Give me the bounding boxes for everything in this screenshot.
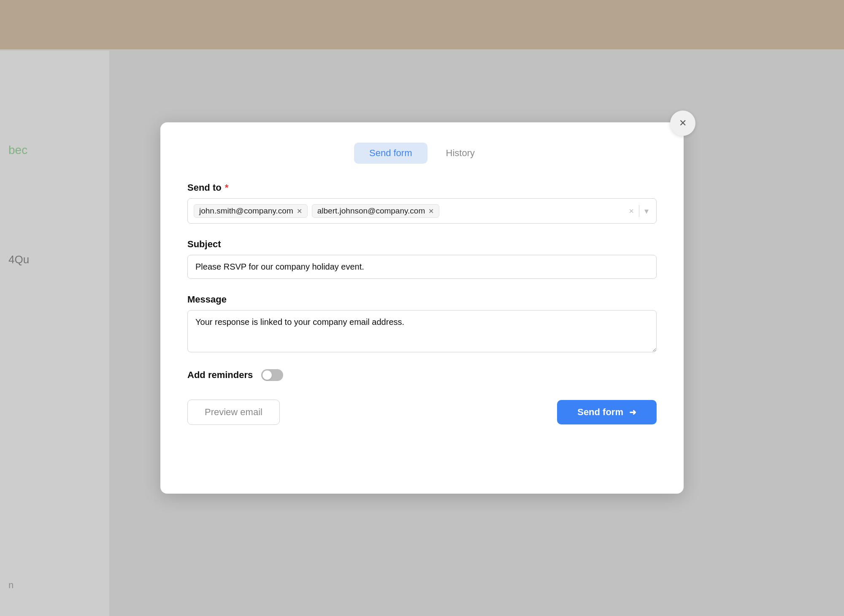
tab-send-form[interactable]: Send form bbox=[354, 143, 427, 164]
recipients-controls: × ▾ bbox=[627, 204, 650, 218]
subject-group: Subject bbox=[187, 239, 657, 279]
recipients-dropdown-button[interactable]: ▾ bbox=[643, 204, 650, 218]
preview-email-button[interactable]: Preview email bbox=[187, 400, 280, 425]
recipient-email-2: albert.johnson@company.com bbox=[317, 206, 425, 216]
required-star: * bbox=[225, 182, 229, 193]
recipient-remove-2[interactable]: ✕ bbox=[428, 207, 434, 215]
recipients-clear-button[interactable]: × bbox=[627, 205, 636, 218]
reminders-label: Add reminders bbox=[187, 370, 253, 381]
subject-label: Subject bbox=[187, 239, 657, 250]
tab-history[interactable]: History bbox=[431, 143, 490, 164]
recipient-tag-2: albert.johnson@company.com ✕ bbox=[312, 204, 440, 218]
send-to-group: Send to * john.smith@company.com ✕ alber… bbox=[187, 182, 657, 224]
message-group: Message bbox=[187, 294, 657, 354]
recipient-email-1: john.smith@company.com bbox=[199, 206, 293, 216]
toggle-knob bbox=[262, 370, 272, 380]
recipient-remove-1[interactable]: ✕ bbox=[297, 207, 302, 215]
message-label: Message bbox=[187, 294, 657, 305]
reminders-row: Add reminders bbox=[187, 369, 657, 381]
message-textarea[interactable] bbox=[187, 310, 657, 352]
reminders-toggle[interactable] bbox=[261, 369, 283, 381]
send-arrow-icon: ➜ bbox=[629, 407, 636, 417]
subject-input[interactable] bbox=[187, 255, 657, 279]
send-form-modal: ✕ Send form History Send to * john.smith… bbox=[160, 122, 684, 494]
recipients-field[interactable]: john.smith@company.com ✕ albert.johnson@… bbox=[187, 198, 657, 224]
send-form-button[interactable]: Send form ➜ bbox=[557, 400, 657, 424]
send-to-label: Send to * bbox=[187, 182, 657, 193]
recipient-tag-1: john.smith@company.com ✕ bbox=[194, 204, 308, 218]
footer-row: Preview email Send form ➜ bbox=[187, 400, 657, 425]
close-button[interactable]: ✕ bbox=[670, 111, 695, 136]
clear-icon: × bbox=[629, 206, 634, 216]
dropdown-icon: ▾ bbox=[644, 206, 649, 216]
close-icon: ✕ bbox=[679, 118, 687, 129]
tab-bar: Send form History bbox=[187, 143, 657, 164]
recipients-divider bbox=[639, 205, 639, 217]
modal-backdrop: ✕ Send form History Send to * john.smith… bbox=[0, 0, 844, 616]
